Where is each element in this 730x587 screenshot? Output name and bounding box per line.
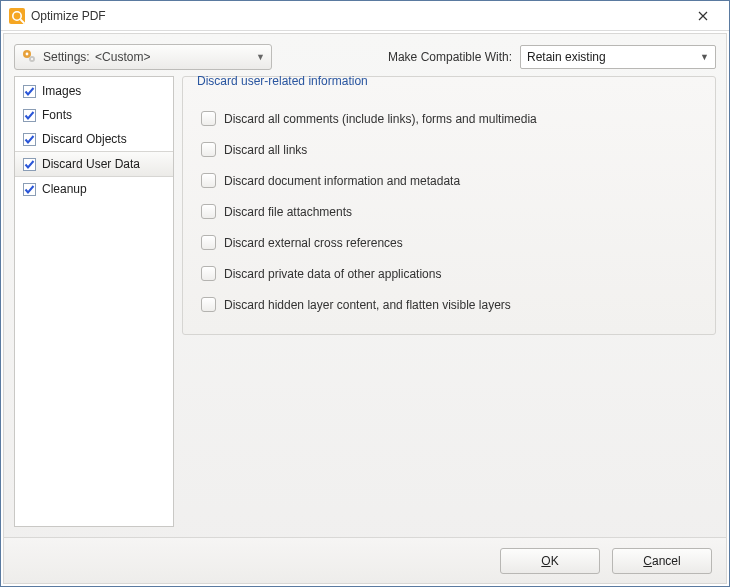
option-label: Discard private data of other applicatio… xyxy=(224,267,441,281)
close-icon xyxy=(698,11,708,21)
option-checkbox[interactable] xyxy=(201,111,216,126)
sidebar-item-label: Discard Objects xyxy=(42,132,127,146)
option-label: Discard hidden layer content, and flatte… xyxy=(224,298,511,312)
sidebar-item-cleanup[interactable]: Cleanup xyxy=(15,177,173,201)
option-checkbox[interactable] xyxy=(201,142,216,157)
close-button[interactable] xyxy=(683,5,723,27)
sidebar-checkbox[interactable] xyxy=(23,109,36,122)
chevron-down-icon: ▼ xyxy=(256,52,265,62)
sidebar-item-images[interactable]: Images xyxy=(15,79,173,103)
top-row: Settings: <Custom> ▼ Make Compatible Wit… xyxy=(4,34,726,76)
option-label: Discard all comments (include links), fo… xyxy=(224,112,537,126)
sidebar-checkbox[interactable] xyxy=(23,133,36,146)
client-area: Settings: <Custom> ▼ Make Compatible Wit… xyxy=(3,33,727,584)
settings-dropdown[interactable]: Settings: <Custom> ▼ xyxy=(14,44,272,70)
sidebar-item-discard-user-data[interactable]: Discard User Data xyxy=(15,151,173,177)
option-row: Discard file attachments xyxy=(199,196,699,227)
settings-label: Settings: xyxy=(43,50,90,64)
option-row: Discard private data of other applicatio… xyxy=(199,258,699,289)
app-icon xyxy=(9,8,25,24)
svg-point-3 xyxy=(26,52,29,55)
option-label: Discard document information and metadat… xyxy=(224,174,460,188)
ok-label: OK xyxy=(541,554,558,568)
option-label: Discard all links xyxy=(224,143,307,157)
svg-point-5 xyxy=(31,58,33,60)
cancel-label: Cancel xyxy=(643,554,680,568)
sidebar-item-fonts[interactable]: Fonts xyxy=(15,103,173,127)
sidebar-checkbox[interactable] xyxy=(23,85,36,98)
ok-button[interactable]: OK xyxy=(500,548,600,574)
option-label: Discard external cross references xyxy=(224,236,403,250)
compat-label: Make Compatible With: xyxy=(388,50,512,64)
sidebar-checkbox[interactable] xyxy=(23,158,36,171)
option-row: Discard all links xyxy=(199,134,699,165)
option-checkbox[interactable] xyxy=(201,204,216,219)
cancel-button[interactable]: Cancel xyxy=(612,548,712,574)
settings-value: <Custom> xyxy=(95,50,150,64)
window: Optimize PDF Settings: < xyxy=(0,0,730,587)
options-panel: Discard user-related information Discard… xyxy=(182,76,716,527)
titlebar: Optimize PDF xyxy=(1,1,729,31)
sidebar-item-label: Images xyxy=(42,84,81,98)
sidebar-item-label: Cleanup xyxy=(42,182,87,196)
sidebar-item-label: Discard User Data xyxy=(42,157,140,171)
footer: OK Cancel xyxy=(4,537,726,583)
gear-icon xyxy=(21,48,37,67)
discard-user-group: Discard user-related information Discard… xyxy=(182,76,716,335)
option-checkbox[interactable] xyxy=(201,173,216,188)
option-row: Discard document information and metadat… xyxy=(199,165,699,196)
option-row: Discard hidden layer content, and flatte… xyxy=(199,289,699,320)
option-row: Discard all comments (include links), fo… xyxy=(199,103,699,134)
option-checkbox[interactable] xyxy=(201,297,216,312)
sidebar-item-discard-objects[interactable]: Discard Objects xyxy=(15,127,173,151)
group-title: Discard user-related information xyxy=(193,74,372,88)
option-row: Discard external cross references xyxy=(199,227,699,258)
mid-row: ImagesFontsDiscard ObjectsDiscard User D… xyxy=(4,76,726,537)
compat-dropdown[interactable]: Retain existing ▼ xyxy=(520,45,716,69)
sidebar-checkbox[interactable] xyxy=(23,183,36,196)
option-checkbox[interactable] xyxy=(201,266,216,281)
category-sidebar: ImagesFontsDiscard ObjectsDiscard User D… xyxy=(14,76,174,527)
window-title: Optimize PDF xyxy=(31,9,106,23)
sidebar-item-label: Fonts xyxy=(42,108,72,122)
compat-value: Retain existing xyxy=(527,50,606,64)
option-label: Discard file attachments xyxy=(224,205,352,219)
chevron-down-icon: ▼ xyxy=(700,52,709,62)
option-checkbox[interactable] xyxy=(201,235,216,250)
